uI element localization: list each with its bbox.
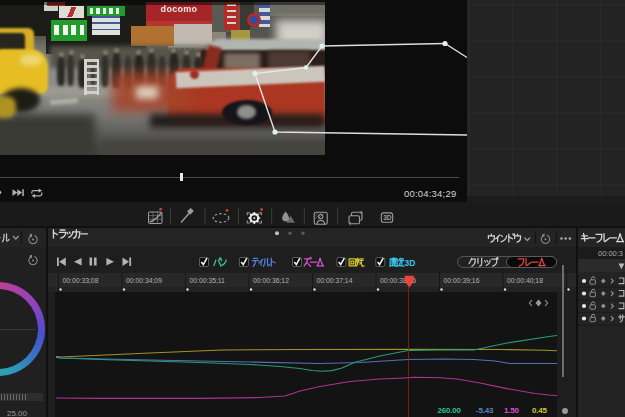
svg-text:00:00:34;09: 00:00:34;09 — [126, 277, 162, 284]
svg-text:00:00:40;18: 00:00:40;18 — [507, 277, 543, 284]
svg-text:00:00:39;16: 00:00:39;16 — [444, 277, 480, 284]
svg-text:00:00:37;14: 00:00:37;14 — [317, 277, 353, 284]
svg-text:00:00:33;08: 00:00:33;08 — [63, 277, 99, 284]
svg-text:00:00:36;12: 00:00:36;12 — [253, 277, 289, 284]
svg-text:00:00:35;11: 00:00:35;11 — [190, 277, 226, 284]
